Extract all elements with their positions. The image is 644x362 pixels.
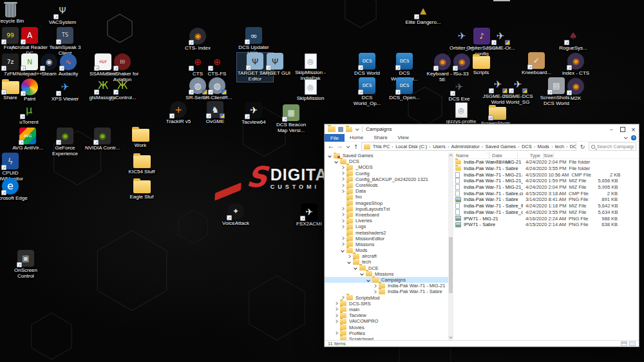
- chevron-right-icon[interactable]: [341, 213, 345, 217]
- chevron-right-icon[interactable]: [341, 243, 345, 247]
- chevron-right-icon[interactable]: [334, 308, 338, 312]
- file-row-india-pak-war-71-mig-21-first-miz-miz-file[interactable]: India-Pak War-71 - MiG-21_first.miz4/24/…: [453, 178, 639, 184]
- desktop-icon-vacsystem[interactable]: Ψ↗VACSystem: [44, 2, 80, 26]
- desktop-icon-ovgme[interactable]: ♞↗OvGME: [197, 101, 233, 125]
- tree-item-config[interactable]: Config: [325, 171, 448, 176]
- file-row-india-pak-war-71-mig-21-file-folder[interactable]: India-Pak War-71 - MiG-214/24/2020 2:04 …: [453, 159, 639, 166]
- quick-access-properties-icon[interactable]: [338, 127, 343, 132]
- tree-item-missions[interactable]: Missions: [325, 271, 448, 277]
- tree-scrollbar[interactable]: [448, 153, 453, 340]
- chevron-right-icon[interactable]: [341, 171, 345, 175]
- title-bar[interactable]: Campaigns – ×: [325, 124, 639, 134]
- menu-tab-home[interactable]: Home: [345, 134, 368, 141]
- desktop-icon-sr-clientr[interactable]: ◍↗SR-ClientR...: [199, 77, 235, 101]
- tree-item-india-pak-war-71-sabre[interactable]: India-Pak War-71 - Sabre: [325, 289, 448, 294]
- desktop-icon-audacity[interactable]: ∿↗Audacity: [50, 53, 86, 77]
- desktop-icon-acrobat-reader-dc[interactable]: A↗Acrobat Reader DC: [12, 27, 48, 56]
- tree-item-tech[interactable]: tech: [325, 259, 448, 265]
- tree-item-kneeboard[interactable]: Kneeboard: [325, 212, 448, 218]
- tree-item-dcs[interactable]: DCS: [325, 158, 448, 164]
- chevron-right-icon[interactable]: [341, 296, 345, 300]
- minimize-button[interactable]: –: [606, 124, 617, 134]
- desktop-icon-skipmission[interactable]: ◎SkipMission: [292, 79, 328, 102]
- desktop-icon-fsx2acmi[interactable]: ✈↗FSX2ACMI: [291, 204, 327, 227]
- tree-item-imagesshop[interactable]: ImagesShop: [325, 200, 448, 206]
- desktop-icon-trackir-v5[interactable]: +↗TrackIR v5: [160, 101, 196, 125]
- maximize-button[interactable]: [617, 124, 628, 134]
- desktop-icon-gizzys-profile[interactable]: ◎gizzys-profile: [443, 102, 479, 125]
- chevron-right-icon[interactable]: [341, 236, 345, 240]
- scroll-down-icon[interactable]: [449, 335, 453, 339]
- desktop-icon-tacview64[interactable]: ✈↗Tacview64: [236, 102, 272, 126]
- file-row-india-pak-war-71-mig-21-cmp-cmp-file[interactable]: India-Pak War-71 - MiG-21.cmp4/15/2020 1…: [453, 171, 639, 178]
- tree-item-profiles[interactable]: Profiles: [325, 330, 448, 336]
- quick-access-customize-icon[interactable]: [355, 127, 359, 131]
- breadcrumb-item-dcs[interactable]: DCS: [521, 144, 533, 149]
- breadcrumb-item-this-pc[interactable]: This PC: [372, 144, 391, 149]
- desktop-icon-m2k[interactable]: ◉↗M2K: [558, 78, 594, 102]
- desktop-icon-dcs-beacon-map-versi[interactable]: ▦↗DCS Beacon Map Versi...: [273, 104, 309, 133]
- column-header-date-modified[interactable]: Date modified: [489, 153, 518, 158]
- breadcrumb-item-users[interactable]: Users: [432, 144, 446, 149]
- desktop-icon-xps-viewer[interactable]: ✈↗XPS Viewer: [47, 79, 83, 102]
- desktop-icon-cts-fs[interactable]: ⊕↗CTS-FS: [199, 53, 235, 77]
- desktop-icon-paint[interactable]: ↗Paint: [12, 79, 48, 102]
- chevron-right-icon[interactable]: [341, 166, 345, 169]
- desktop-icon-elite-dangero[interactable]: ▲↗Elite Dangero...: [405, 2, 441, 26]
- tree-item-config-backup-04242020-1321[interactable]: Config_BACKUP_04242020 1321: [325, 176, 448, 182]
- tree-item-data[interactable]: Data: [325, 188, 448, 194]
- tree-item-mods[interactable]: _MODS: [325, 164, 448, 170]
- desktop-icon-jsgme-or[interactable]: ✈↗JSGME-Or...: [482, 28, 518, 52]
- recent-locations-icon[interactable]: [346, 144, 350, 148]
- thumbnails-view-icon[interactable]: [629, 341, 636, 346]
- desktop-icon-target-gui[interactable]: Ψ↗TARGET GUI: [257, 53, 293, 77]
- chevron-down-icon[interactable]: [366, 278, 370, 282]
- menu-tab-share[interactable]: Share: [368, 134, 392, 141]
- chevron-down-icon[interactable]: [328, 154, 332, 158]
- tree-item-main[interactable]: main: [325, 307, 448, 312]
- tree-item-inputlayoutstxt[interactable]: InputLayoutsTxt: [325, 206, 448, 212]
- search-box[interactable]: [589, 142, 636, 151]
- desktop-icon-onscreen-control[interactable]: ▣↗OnScreen Control: [8, 250, 44, 279]
- desktop-icon-dcs-open[interactable]: DCS↗DCS_Open...: [386, 77, 422, 101]
- tree-item-coremods[interactable]: CoreMods: [325, 182, 448, 188]
- file-row-ipw71-sabre-png-file[interactable]: IPW71 - Sabre4/15/2020 2:14 AMPNG File63…: [453, 222, 639, 228]
- chevron-down-icon[interactable]: [334, 160, 338, 164]
- refresh-button[interactable]: ↻: [578, 144, 588, 150]
- desktop-icon-microsoft-edge[interactable]: e↗Microsoft Edge: [0, 178, 28, 202]
- chevron-right-icon[interactable]: [373, 284, 377, 288]
- breadcrumb-item-dce[interactable]: DCE: [569, 144, 576, 149]
- scroll-up-icon[interactable]: [449, 154, 453, 158]
- help-icon[interactable]: ?: [631, 135, 636, 140]
- file-row-india-pak-war-71-sabre-first-miz-miz-file[interactable]: India-Pak War-71 - Sabre_first.miz4/24/2…: [453, 203, 639, 209]
- file-row-india-pak-war-71-sabre-file-folder[interactable]: India-Pak War-71 - Sabre4/24/2020 3:55 P…: [453, 166, 639, 172]
- chevron-down-icon[interactable]: [360, 272, 364, 276]
- tree-item-vaicompro[interactable]: VAICOMPRO: [325, 318, 448, 324]
- desktop-icon-utorrent[interactable]: µ↗uTorrent: [11, 102, 47, 126]
- tree-item-aircraft[interactable]: aircraft: [325, 253, 448, 259]
- scrollbar-thumb[interactable]: [449, 237, 453, 293]
- menu-tab-view[interactable]: View: [393, 134, 414, 141]
- breadcrumb-item-mods[interactable]: Mods: [537, 144, 550, 149]
- tree-item-missioneditor[interactable]: MissionEditor: [325, 236, 448, 242]
- desktop-icon-cts-index[interactable]: ◉↗CTS- index: [180, 28, 216, 52]
- chevron-right-icon[interactable]: [341, 189, 345, 193]
- desktop-icon-kic54-stuff[interactable]: KIC54 Stuff: [124, 153, 160, 175]
- desktop-icon-nvidia-contr[interactable]: ◉↗NVIDIA Contr...: [84, 128, 120, 151]
- tree-item-tacview[interactable]: Tacview: [325, 312, 448, 318]
- chevron-right-icon[interactable]: [341, 184, 345, 187]
- desktop-icon-scripts[interactable]: Scripts: [463, 53, 499, 76]
- chevron-right-icon[interactable]: [334, 331, 338, 335]
- chevron-down-icon[interactable]: [354, 266, 357, 270]
- tree-item-fxo[interactable]: fxo: [325, 194, 448, 200]
- desktop-icon-voiceattack[interactable]: ✦↗VoiceAttack: [218, 203, 254, 227]
- up-button[interactable]: ↑: [352, 144, 360, 150]
- tree-item-scriptsmod[interactable]: ScriptsMod: [325, 295, 448, 301]
- file-row-india-pak-war-71-sabre-ongoing-miz-miz-file[interactable]: India-Pak War-71 - Sabre_ongoing.miz4/24…: [453, 209, 639, 216]
- back-button[interactable]: ←: [327, 144, 335, 150]
- desktop-icon-kneeboard[interactable]: ✓↗Kneeboard...: [518, 52, 554, 76]
- chevron-right-icon[interactable]: [341, 219, 345, 223]
- search-input[interactable]: [597, 144, 634, 149]
- file-row-india-pak-war-71-sabre-png-file[interactable]: India-Pak War-71 - Sabre3/14/2020 8:41 A…: [453, 196, 639, 203]
- tree-item-saved-games[interactable]: Saved Games: [325, 153, 448, 158]
